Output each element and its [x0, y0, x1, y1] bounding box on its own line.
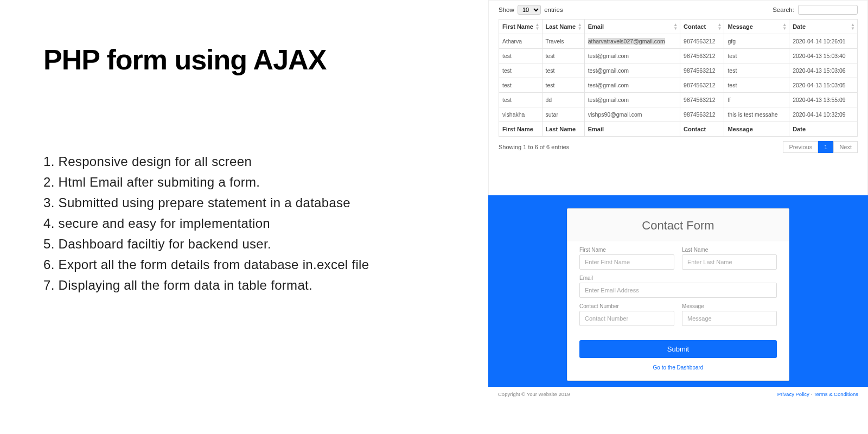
table-cell: this is test messahe: [724, 107, 789, 122]
table-cell: test: [724, 63, 789, 78]
table-row: testtesttest@gmail.com9874563212test2020…: [499, 63, 858, 78]
table-cell: test: [542, 63, 584, 78]
last-name-input[interactable]: [682, 254, 777, 270]
table-cell: gfg: [724, 34, 789, 49]
table-cell: test: [499, 63, 542, 78]
table-cell: test: [542, 78, 584, 93]
col-first-name[interactable]: First Name▲▼: [499, 20, 542, 34]
table-footer-row: First Name Last Name Email Contact Messa…: [499, 122, 858, 137]
copyright: Copyright © Your Website 2019: [498, 391, 570, 397]
table-cell: test: [499, 78, 542, 93]
terms-link[interactable]: Terms & Conditions: [814, 391, 858, 397]
col-contact[interactable]: Contact▲▼: [680, 20, 724, 34]
table-cell: 2020-04-13 15:03:06: [789, 63, 858, 78]
foot-email: Email: [584, 122, 680, 137]
table-cell: 9874563212: [680, 49, 724, 63]
foot-contact: Contact: [680, 122, 724, 137]
table-cell: Travels: [542, 34, 584, 49]
feature-item: 5. Dashboard faciltiy for backend user.: [43, 234, 456, 254]
table-row: testddtest@gmail.com9874563212ff2020-04-…: [499, 93, 858, 107]
feature-item: 1. Responsive design for all screen: [43, 152, 456, 171]
feature-item: 7. Displaying all the form data in table…: [43, 276, 456, 295]
next-button[interactable]: Next: [833, 141, 858, 153]
table-cell: 9874563212: [680, 93, 724, 107]
table-cell: test: [724, 78, 789, 93]
page-title: PHP form using AJAX: [43, 43, 456, 76]
prev-button[interactable]: Previous: [783, 141, 818, 153]
last-name-label: Last Name: [682, 247, 777, 253]
sort-icon: ▲▼: [851, 23, 855, 30]
pagination: Previous 1 Next: [783, 141, 858, 153]
data-table-panel: Show 10 entries Search: First Name▲▼ Las…: [488, 0, 868, 195]
email-input[interactable]: [579, 283, 777, 298]
table-cell: 9874563212: [680, 78, 724, 93]
search-label: Search:: [773, 7, 794, 13]
table-cell: 9874563212: [680, 107, 724, 122]
contact-label: Contact Number: [579, 303, 674, 309]
table-row: testtesttest@gmail.com9874563212test2020…: [499, 78, 858, 93]
table-cell: vishps90@gmail.com: [584, 107, 680, 122]
table-info: Showing 1 to 6 of 6 entries: [499, 144, 569, 150]
entries-label: entries: [544, 7, 563, 13]
footer: Copyright © Your Website 2019 Privacy Po…: [488, 387, 868, 401]
first-name-label: First Name: [579, 247, 674, 253]
table-header-row: First Name▲▼ Last Name▲▼ Email▲▼ Contact…: [499, 20, 858, 34]
table-cell: 9874563212: [680, 63, 724, 78]
dashboard-link[interactable]: Go to the Dashboard: [579, 365, 777, 371]
table-cell: test@gmail.com: [584, 78, 680, 93]
show-label: Show: [499, 7, 514, 13]
table-cell: atharvatravels027@gmail.com: [584, 34, 680, 49]
search-input[interactable]: [798, 5, 858, 15]
col-message[interactable]: Message▲▼: [724, 20, 789, 34]
table-cell: 2020-04-14 10:32:09: [789, 107, 858, 122]
table-cell: Atharva: [499, 34, 542, 49]
form-title: Contact Form: [567, 219, 789, 233]
sort-icon: ▲▼: [782, 23, 787, 30]
form-section: Contact Form First Name Last Name Email: [488, 195, 868, 401]
first-name-input[interactable]: [579, 254, 674, 270]
footer-links: Privacy Policy · Terms & Conditions: [777, 391, 858, 397]
col-last-name[interactable]: Last Name▲▼: [542, 20, 584, 34]
table-cell: 2020-04-13 13:55:09: [789, 93, 858, 107]
table-cell: 2020-04-14 10:26:01: [789, 34, 858, 49]
table-cell: test@gmail.com: [584, 93, 680, 107]
table-cell: 2020-04-13 15:03:05: [789, 78, 858, 93]
sort-icon: ▲▼: [717, 23, 722, 30]
table-cell: ff: [724, 93, 789, 107]
table-cell: 2020-04-13 15:03:40: [789, 49, 858, 63]
foot-date: Date: [789, 122, 858, 137]
sort-icon: ▲▼: [535, 23, 540, 30]
table-cell: 9874563212: [680, 34, 724, 49]
privacy-link[interactable]: Privacy Policy: [777, 391, 809, 397]
email-label: Email: [579, 275, 777, 281]
table-cell: vishakha: [499, 107, 542, 122]
table-cell: test: [499, 49, 542, 63]
submit-button[interactable]: Submit: [579, 340, 777, 358]
sort-icon: ▲▼: [578, 23, 582, 30]
feature-item: 2. Html Email after submiting a form.: [43, 173, 456, 192]
table-cell: test@gmail.com: [584, 63, 680, 78]
table-cell: test@gmail.com: [584, 49, 680, 63]
foot-first: First Name: [499, 122, 542, 137]
foot-last: Last Name: [542, 122, 584, 137]
table-row: AtharvaTravelsatharvatravels027@gmail.co…: [499, 34, 858, 49]
col-date[interactable]: Date▲▼: [789, 20, 858, 34]
foot-message: Message: [724, 122, 789, 137]
sort-icon: ▲▼: [673, 23, 678, 30]
table-cell: test: [724, 49, 789, 63]
contact-input[interactable]: [579, 311, 674, 326]
entries-length: Show 10 entries: [499, 5, 563, 15]
table-cell: test: [499, 93, 542, 107]
feature-list: 1. Responsive design for all screen 2. H…: [43, 152, 456, 295]
feature-item: 4. secure and easy for implementation: [43, 214, 456, 233]
feature-item: 3. Submitted using prepare statement in …: [43, 193, 456, 213]
contact-form-card: Contact Form First Name Last Name Email: [567, 208, 789, 381]
entries-select[interactable]: 10: [518, 5, 541, 15]
search-wrap: Search:: [773, 5, 858, 15]
col-email[interactable]: Email▲▼: [584, 20, 680, 34]
table-cell: dd: [542, 93, 584, 107]
feature-item: 6. Export all the form details from data…: [43, 255, 456, 275]
page-1-button[interactable]: 1: [818, 141, 833, 153]
message-input[interactable]: [682, 311, 777, 326]
data-table: First Name▲▼ Last Name▲▼ Email▲▼ Contact…: [499, 19, 858, 137]
